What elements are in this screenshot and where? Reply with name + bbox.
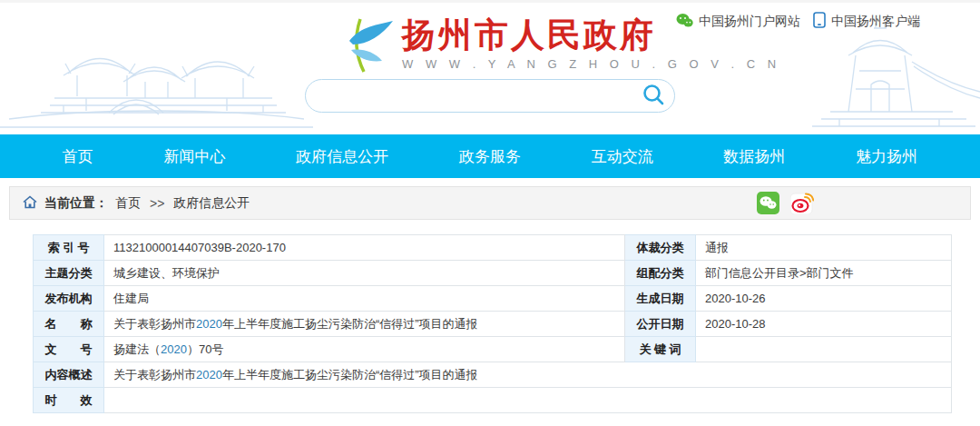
summary-label: 内容概述: [34, 362, 104, 388]
genre-label: 体裁分类: [625, 235, 696, 261]
site-url: W W W . Y A N G Z H O U . G O V . C N: [402, 57, 780, 71]
table-row: 索 引 号 11321000014407039B-2020-170 体裁分类 通…: [34, 235, 952, 261]
main-nav: 首页 新闻中心 政府信息公开 政务服务 互动交流 数据扬州 魅力扬州: [0, 134, 980, 178]
keywords-value: [696, 337, 952, 362]
table-row: 主题分类 城乡建设、环境保护 组配分类 部门信息公开目录>部门文件: [34, 261, 952, 286]
doc-number-value: 扬建法（2020）70号: [104, 337, 625, 362]
validity-value: [104, 388, 952, 413]
nav-item-services[interactable]: 政务服务: [452, 146, 528, 167]
search-input[interactable]: [306, 80, 632, 112]
nav-item-interaction[interactable]: 互动交流: [584, 146, 661, 167]
search-bar: [305, 79, 675, 113]
publish-date-value: 2020-10-28: [696, 312, 952, 337]
breadcrumb: 当前位置： 首页 >> 政府信息公开: [23, 195, 250, 212]
index-number-value: 11321000014407039B-2020-170: [104, 235, 625, 261]
breadcrumb-separator: >>: [150, 196, 164, 211]
agency-value: 住建局: [104, 286, 625, 312]
index-number-label: 索 引 号: [34, 235, 104, 261]
doc-name-value: 关于表彰扬州市2020年上半年度施工扬尘污染防治“信得过”项目的通报: [104, 312, 625, 337]
site-title: 扬州市人民政府: [402, 17, 780, 54]
doc-name-label: 名 称: [34, 312, 104, 337]
logo-text: 扬州市人民政府 W W W . Y A N G Z H O U . G O V …: [402, 17, 780, 71]
nav-item-charm[interactable]: 魅力扬州: [848, 146, 925, 167]
breadcrumb-label: 当前位置：: [44, 195, 108, 212]
nav-item-data[interactable]: 数据扬州: [716, 146, 792, 167]
table-row: 发布机构 住建局 生成日期 2020-10-26: [34, 286, 952, 312]
pavilion-sketch-artwork: [0, 33, 313, 134]
nav-item-info-disclosure[interactable]: 政府信息公开: [289, 146, 396, 167]
site-header: 中国扬州门户网站 中国扬州客户端 扬州市人民政府 W W W . Y A N G…: [0, 0, 980, 134]
table-row: 文 号 扬建法（2020）70号 关 键 词: [34, 337, 952, 362]
breadcrumb-current-link[interactable]: 政府信息公开: [173, 195, 250, 212]
breadcrumb-home-link[interactable]: 首页: [115, 195, 141, 212]
share-icons: [757, 192, 814, 214]
logo-swoosh-icon: [348, 17, 395, 81]
home-icon: [23, 195, 37, 212]
mobile-phone-icon: [813, 12, 826, 31]
group-value: 部门信息公开目录>部门文件: [696, 261, 952, 286]
agency-label: 发布机构: [34, 286, 104, 312]
created-date-label: 生成日期: [625, 286, 696, 312]
site-logo[interactable]: 扬州市人民政府 W W W . Y A N G Z H O U . G O V …: [348, 17, 780, 81]
validity-label: 时 效: [34, 388, 104, 413]
tower-sketch-artwork: [803, 21, 980, 134]
doc-number-label: 文 号: [34, 337, 104, 362]
table-row: 内容概述 关于表彰扬州市2020年上半年度施工扬尘污染防治“信得过”项目的通报: [34, 362, 952, 388]
topic-value: 城乡建设、环境保护: [104, 261, 625, 286]
search-icon: [642, 83, 665, 109]
genre-value: 通报: [696, 235, 952, 261]
mobile-app-link[interactable]: 中国扬州客户端: [813, 12, 920, 31]
document-info-table: 索 引 号 11321000014407039B-2020-170 体裁分类 通…: [33, 234, 952, 413]
table-row: 时 效: [34, 388, 952, 413]
breadcrumb-bar: 当前位置： 首页 >> 政府信息公开: [9, 186, 971, 220]
weibo-share-icon[interactable]: [790, 192, 814, 214]
group-label: 组配分类: [625, 261, 696, 286]
table-row: 名 称 关于表彰扬州市2020年上半年度施工扬尘污染防治“信得过”项目的通报 公…: [34, 312, 952, 337]
nav-item-home[interactable]: 首页: [55, 146, 101, 167]
summary-value: 关于表彰扬州市2020年上半年度施工扬尘污染防治“信得过”项目的通报: [104, 362, 952, 388]
publish-date-label: 公开日期: [625, 312, 696, 337]
wechat-share-icon[interactable]: [757, 192, 779, 214]
topic-label: 主题分类: [34, 261, 104, 286]
keywords-label: 关 键 词: [625, 337, 696, 362]
mobile-app-label: 中国扬州客户端: [831, 14, 920, 30]
search-button[interactable]: [632, 80, 674, 112]
nav-item-news[interactable]: 新闻中心: [157, 146, 233, 167]
created-date-value: 2020-10-26: [696, 286, 952, 312]
